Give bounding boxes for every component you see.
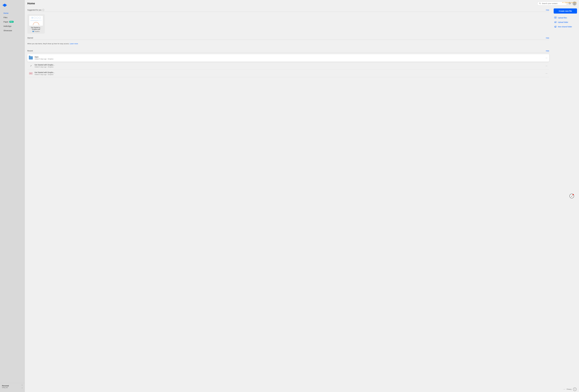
apps-meta: Added 5 days ago · Dropbox xyxy=(35,58,545,60)
folder-icon xyxy=(29,56,33,60)
new-shared-folder-action[interactable]: New shared folder xyxy=(554,24,577,29)
new-shared-folder-icon xyxy=(554,25,557,28)
upload-folder-label: Upload folder xyxy=(558,21,568,23)
sidebar-item-home[interactable]: Home xyxy=(1,11,24,15)
pdf-icon-wrap: PDF xyxy=(29,71,33,76)
recent-item-pdf[interactable]: PDF Get Started with Dropbo... Added 5 d… xyxy=(27,70,549,77)
suggested-file-folder: Dropbox xyxy=(32,31,40,32)
upload-files-icon xyxy=(554,16,557,19)
pdf-info: Get Started with Dropbo... Added 5 days … xyxy=(35,71,545,75)
starred-title: Starred xyxy=(27,37,33,39)
shortcut-more-btn[interactable]: ··· xyxy=(545,64,548,68)
suggested-file-name: Get Started w... Dropbox.pdf xyxy=(29,27,43,30)
starred-empty-message: When you star items, they'll show up her… xyxy=(27,41,549,46)
sidebar-navigation: Home Files Paper New HelloSign Showcase xyxy=(0,11,25,383)
account-footer: Personal Only you ⌃⌄ xyxy=(0,383,25,390)
apps-folder-icon xyxy=(29,56,33,60)
apps-info: Apps Added 5 days ago · Dropbox xyxy=(35,56,545,60)
link-icon: ⇗ xyxy=(30,65,32,67)
starred-hide-btn[interactable]: Hide xyxy=(546,37,549,39)
notification-dot xyxy=(573,194,574,195)
starred-section-header: Starred Hide xyxy=(27,36,549,40)
starred-learn-more-link[interactable]: Learn more xyxy=(70,43,78,45)
pdf-badge: PDF xyxy=(29,72,32,74)
new-shared-folder-label: New shared folder xyxy=(558,26,572,28)
search-icon xyxy=(539,2,541,4)
shortcut-meta: Added 5 days ago · Dropbox xyxy=(35,66,545,68)
main-content: Home xyxy=(25,0,579,392)
page-title: Home xyxy=(27,2,35,5)
svg-point-8 xyxy=(574,4,576,5)
recent-title: Recent xyxy=(27,50,33,52)
sidebar-item-files[interactable]: Files xyxy=(1,15,24,19)
content-main: Suggested for you i Hide xyxy=(25,7,552,387)
bottom-bar: ··· Privacy ? xyxy=(25,387,579,392)
suggested-file-card[interactable]: Get Started w... Dropbox.pdf Dropbox xyxy=(27,14,45,34)
file-thumbnail xyxy=(29,16,43,26)
sidebar-item-paper[interactable]: Paper New xyxy=(1,20,24,24)
shortcut-info: Get Started with Dropbo... Added 5 days … xyxy=(35,64,545,68)
recent-item-apps[interactable]: Apps Added 5 days ago · Dropbox ··· xyxy=(27,54,549,62)
folder-icon xyxy=(32,31,34,32)
recent-list: Apps Added 5 days ago · Dropbox ··· ⇗ Ge… xyxy=(27,54,549,77)
recent-hide-btn[interactable]: Hide xyxy=(546,50,549,52)
sidebar: Home Files Paper New HelloSign Showcase … xyxy=(0,0,25,392)
dropbox-logo[interactable] xyxy=(0,2,25,11)
apps-more-btn[interactable]: ··· xyxy=(545,56,548,60)
topbar-left: Home xyxy=(27,2,35,5)
star-icon: ★ xyxy=(562,1,564,3)
sidebar-item-showcase[interactable]: Showcase xyxy=(1,28,24,33)
apps-name: Apps xyxy=(35,56,545,58)
account-type: Personal xyxy=(2,385,9,387)
upgrade-link[interactable]: ★ Upgrade account xyxy=(562,1,577,3)
paper-new-badge: New xyxy=(9,21,13,23)
svg-line-6 xyxy=(540,3,541,4)
upload-folder-icon xyxy=(554,21,557,23)
suggested-info-icon[interactable]: i xyxy=(42,9,44,11)
upload-folder-action[interactable]: Upload folder xyxy=(554,20,577,24)
recent-section-header: Recent Hide xyxy=(27,49,549,53)
sidebar-item-hellosign[interactable]: HelloSign xyxy=(1,24,24,28)
suggested-section-header: Suggested for you i Hide xyxy=(27,8,549,12)
privacy-link[interactable]: Privacy xyxy=(567,389,572,390)
bottom-more-btn[interactable]: ··· xyxy=(564,388,565,391)
shortcut-name: Get Started with Dropbo... xyxy=(35,64,545,66)
shortcut-icon: ⇗ xyxy=(29,64,33,68)
topbar: Home xyxy=(25,0,579,7)
suggested-hide-btn[interactable]: Hide xyxy=(546,9,549,11)
search-input[interactable] xyxy=(542,2,565,4)
content-area: Suggested for you i Hide xyxy=(25,7,579,387)
pdf-name: Get Started with Dropbo... xyxy=(35,71,545,73)
upload-files-action[interactable]: Upload files xyxy=(554,15,577,20)
recent-item-shortcut[interactable]: ⇗ Get Started with Dropbo... Added 5 day… xyxy=(27,62,549,70)
account-subtitle: Only you xyxy=(2,387,9,389)
pdf-more-btn[interactable]: ··· xyxy=(545,72,548,75)
pdf-meta: Added 5 days ago · Dropbox xyxy=(35,74,545,75)
create-new-file-btn[interactable]: Create new file xyxy=(554,8,577,13)
suggested-title: Suggested for you i xyxy=(27,9,44,11)
help-button[interactable]: ? xyxy=(573,388,577,391)
task-complete-btn[interactable] xyxy=(570,194,574,198)
right-sidebar: Create new file Upload files Upload fold… xyxy=(552,7,579,387)
upload-files-label: Upload files xyxy=(558,17,567,19)
account-chevron[interactable]: ⌃⌄ xyxy=(21,385,23,389)
